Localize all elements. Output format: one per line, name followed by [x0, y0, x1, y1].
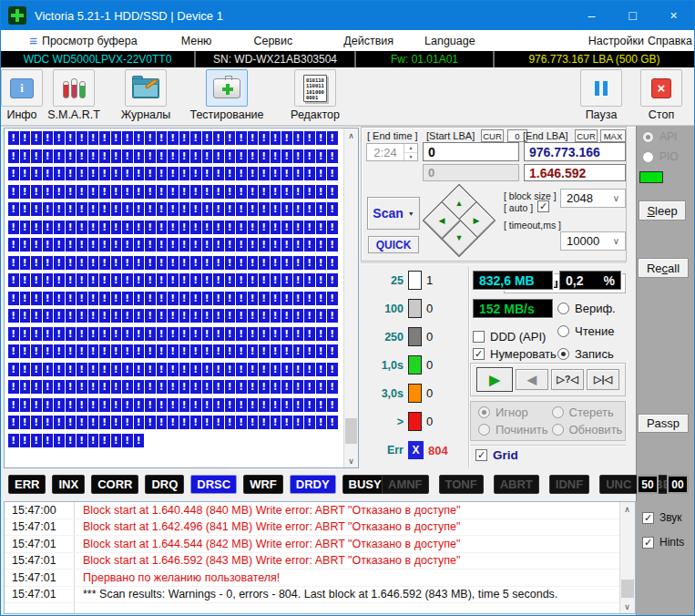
scan-dropdown-button[interactable]: Scan ▼: [367, 197, 420, 230]
sleep-button[interactable]: Sleep: [639, 200, 686, 221]
log-list: 15:47:00 Block start at 1.640.448 (840 M…: [5, 502, 619, 603]
scrollbar-thumb[interactable]: [345, 418, 357, 444]
close-button[interactable]: ×: [653, 1, 694, 30]
block-cell: !: [157, 131, 168, 145]
block-cell: !: [190, 416, 201, 429]
toolbar-editor-button[interactable]: 010110 110011 101000 0001 Редактор: [272, 69, 358, 121]
end-cur-button[interactable]: CUR: [575, 129, 598, 142]
block-cell: !: [304, 221, 315, 234]
transport-button[interactable]: ◀: [516, 369, 548, 390]
spinner-arrows[interactable]: ▲▼: [404, 144, 417, 160]
pause-button[interactable]: Пауза: [577, 69, 625, 121]
block-size-select[interactable]: 2048 ∨: [560, 189, 626, 208]
block-cell: !: [88, 380, 99, 394]
scroll-down-icon[interactable]: ∨: [344, 454, 358, 467]
block-cell: !: [236, 273, 247, 287]
menu-item[interactable]: Действия: [342, 35, 395, 47]
block-cell: !: [66, 149, 77, 163]
block-cell: !: [190, 256, 201, 270]
status-lamp: DRQ: [145, 475, 184, 494]
toolbar-logs-button[interactable]: Журналы: [110, 69, 181, 121]
scroll-up-icon[interactable]: ∧: [344, 128, 358, 142]
block-cell: !: [225, 380, 236, 394]
smart-icon: [63, 78, 86, 98]
block-cell: !: [327, 327, 338, 341]
log-row[interactable]: 15:47:01 Прервано по желанию пользовател…: [5, 570, 619, 587]
log-row[interactable]: 15:47:01 Block start at 1.642.496 (841 M…: [5, 519, 619, 537]
timeout-select[interactable]: 10000 ∨: [560, 231, 626, 251]
log-row[interactable]: 15:47:01 *** Scan results: Warnings - 0,…: [5, 587, 619, 604]
ddd-api-checkbox[interactable]: DDD (API): [473, 330, 546, 344]
menu-item[interactable]: Меню: [179, 35, 214, 47]
transport-button[interactable]: ▷|◁: [587, 369, 619, 390]
end-time-spinner[interactable]: 2:24 ▲▼: [366, 143, 418, 161]
sound-checkbox[interactable]: ✓ Звук: [642, 511, 682, 524]
menu-item[interactable]: Сервис: [251, 35, 294, 47]
end-lba-input[interactable]: 976.773.166: [524, 142, 626, 161]
block-cell: !: [168, 292, 179, 305]
grid-checkbox[interactable]: ✓ Grid: [475, 448, 518, 462]
block-cell: !: [168, 131, 179, 145]
block-cell: !: [43, 327, 54, 341]
transport-glyph-icon: ▷?◁: [557, 374, 578, 385]
auto-checkbox[interactable]: ✓: [537, 200, 549, 212]
menu-item[interactable]: Настройки: [587, 35, 646, 47]
block-map-scrollbar[interactable]: ∧ ∨: [343, 128, 358, 467]
toolbar-smart-button[interactable]: S.M.A.R.T: [50, 69, 97, 121]
maximize-button[interactable]: □: [612, 1, 653, 30]
block-cell: !: [213, 309, 224, 323]
block-cell: !: [77, 185, 87, 199]
passp-button[interactable]: Passp: [638, 414, 689, 433]
start-cur-button[interactable]: CUR: [481, 129, 504, 142]
chevron-down-icon: ∨: [613, 236, 619, 246]
scrollbar-thumb[interactable]: [621, 580, 634, 598]
block-cell: !: [213, 416, 224, 429]
transport-button[interactable]: ▷?◁: [551, 369, 584, 390]
recall-button[interactable]: Recall: [638, 258, 689, 278]
block-cell: !: [259, 273, 270, 287]
log-row[interactable]: 15:47:00 Block start at 1.640.448 (840 M…: [5, 502, 619, 519]
numerate-checkbox[interactable]: ✓ Нумеровать: [473, 347, 557, 361]
minimize-button[interactable]: –: [571, 1, 612, 30]
block-cell: !: [31, 363, 42, 376]
block-cell: !: [66, 238, 77, 252]
quick-button[interactable]: QUICK: [368, 236, 419, 253]
buffer-view-label: Просмотр буфера: [42, 35, 138, 47]
block-cell: !: [99, 202, 110, 216]
toolbar-testing-button[interactable]: Тестирование: [194, 69, 260, 121]
toolbar-info-button[interactable]: i Инфо: [1, 69, 43, 121]
block-cell: !: [213, 327, 224, 341]
speed-legend-row: 1,0s 0: [376, 355, 433, 375]
block-cell: !: [99, 434, 110, 447]
block-cell: !: [77, 149, 87, 163]
speed-color-box: [408, 355, 422, 375]
buffer-view-button[interactable]: ≡ Просмотр буфера: [29, 34, 137, 47]
transport-glyph-icon: ▶: [489, 372, 500, 388]
block-cell: !: [236, 238, 247, 252]
menu-item[interactable]: Справка: [646, 35, 694, 47]
stop-button[interactable]: × Стоп: [638, 69, 685, 121]
block-cell: !: [202, 221, 213, 234]
hints-checkbox[interactable]: ✓ Hints: [642, 536, 684, 549]
block-cell: !: [43, 434, 54, 447]
scroll-up-icon[interactable]: ∧: [620, 502, 634, 516]
status-lamp: IDNF: [549, 475, 589, 494]
log-scrollbar[interactable]: ∧ ∨: [619, 502, 635, 613]
block-cell: !: [157, 185, 168, 199]
block-cell: !: [31, 202, 42, 216]
log-row[interactable]: 15:47:01 Block start at 1.646.592 (843 M…: [5, 553, 619, 570]
mode-radio[interactable]: Запись: [557, 347, 616, 361]
menu-bar: ≡ Просмотр буфера МенюСервисДействияLang…: [1, 30, 694, 51]
end-max-button[interactable]: MAX: [600, 129, 626, 142]
start-lba-input[interactable]: 0: [423, 142, 519, 161]
scroll-down-icon[interactable]: ∨: [620, 600, 634, 613]
mode-radio[interactable]: Вериф.: [557, 302, 616, 315]
transport-button[interactable]: ▶: [476, 367, 513, 392]
pio-radio: PIO: [642, 150, 679, 163]
block-cell: !: [259, 185, 270, 199]
speed-color-box: [408, 412, 422, 431]
log-row[interactable]: 15:47:01 Block start at 1.644.544 (842 M…: [5, 536, 619, 553]
menu-item[interactable]: Language: [423, 35, 477, 47]
block-cell: !: [66, 344, 77, 358]
mode-radio[interactable]: Чтение: [557, 324, 616, 338]
